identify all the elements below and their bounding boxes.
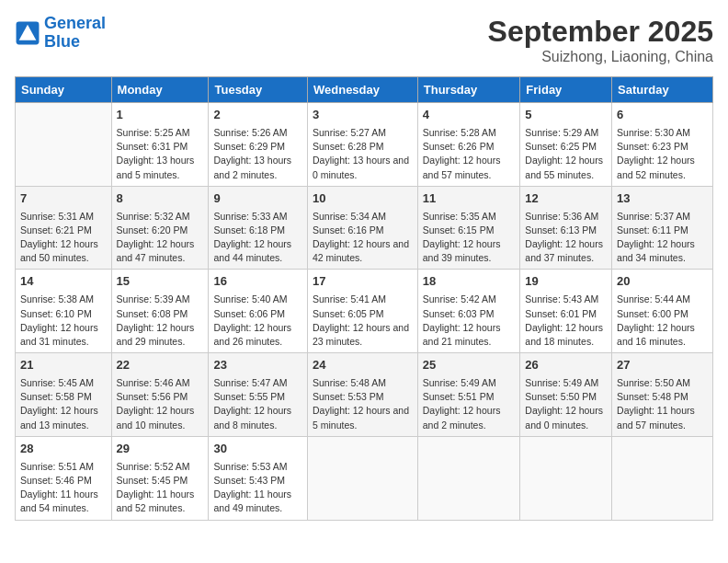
calendar-cell [307, 436, 417, 520]
calendar-cell [417, 436, 520, 520]
daylight-text: Daylight: 12 hours and 34 minutes. [617, 238, 695, 263]
month-title: September 2025 [488, 15, 713, 49]
day-number: 16 [213, 273, 302, 291]
sunset-text: Sunset: 6:31 PM [117, 141, 188, 152]
day-number: 2 [213, 107, 302, 124]
sunrise-text: Sunrise: 5:49 AM [423, 377, 496, 388]
daylight-text: Daylight: 12 hours and 31 minutes. [20, 322, 98, 347]
sunrise-text: Sunrise: 5:30 AM [617, 127, 690, 138]
sunset-text: Sunset: 6:05 PM [313, 308, 384, 319]
day-number: 27 [617, 357, 708, 374]
daylight-text: Daylight: 11 hours and 54 minutes. [20, 488, 98, 513]
calendar-week-row: 21Sunrise: 5:45 AMSunset: 5:58 PMDayligh… [16, 353, 713, 437]
sunrise-text: Sunrise: 5:39 AM [117, 293, 190, 304]
location-subtitle: Suizhong, Liaoning, China [488, 49, 713, 65]
day-number: 19 [525, 273, 607, 291]
calendar-cell: 24Sunrise: 5:48 AMSunset: 5:53 PMDayligh… [307, 353, 417, 437]
day-number: 1 [117, 107, 204, 124]
calendar-cell: 8Sunrise: 5:32 AMSunset: 6:20 PMDaylight… [111, 186, 209, 270]
daylight-text: Daylight: 12 hours and 18 minutes. [525, 322, 603, 347]
sunset-text: Sunset: 6:03 PM [423, 308, 495, 319]
day-number: 10 [313, 190, 413, 208]
calendar-cell [612, 436, 713, 520]
calendar-cell [16, 103, 112, 187]
sunrise-text: Sunrise: 5:51 AM [20, 461, 94, 472]
sunset-text: Sunset: 6:15 PM [423, 224, 495, 236]
sunrise-text: Sunrise: 5:31 AM [20, 211, 94, 222]
daylight-text: Daylight: 12 hours and 26 minutes. [213, 322, 291, 347]
sunrise-text: Sunrise: 5:37 AM [617, 211, 690, 222]
sunrise-text: Sunrise: 5:52 AM [117, 461, 190, 472]
page-header: General Blue September 2025 Suizhong, Li… [15, 15, 713, 65]
day-number: 5 [525, 107, 607, 124]
daylight-text: Daylight: 12 hours and 42 minutes. [313, 238, 409, 263]
daylight-text: Daylight: 11 hours and 52 minutes. [117, 488, 195, 513]
daylight-text: Daylight: 13 hours and 5 minutes. [117, 155, 195, 179]
sunset-text: Sunset: 5:56 PM [117, 391, 188, 402]
daylight-text: Daylight: 12 hours and 55 minutes. [525, 155, 603, 179]
sunrise-text: Sunrise: 5:50 AM [617, 377, 690, 388]
sunset-text: Sunset: 6:23 PM [617, 141, 688, 152]
calendar-cell: 5Sunrise: 5:29 AMSunset: 6:25 PMDaylight… [520, 103, 612, 187]
calendar-cell: 16Sunrise: 5:40 AMSunset: 6:06 PMDayligh… [209, 270, 308, 353]
calendar-cell: 14Sunrise: 5:38 AMSunset: 6:10 PMDayligh… [16, 270, 112, 353]
sunrise-text: Sunrise: 5:41 AM [313, 293, 386, 304]
calendar-cell: 27Sunrise: 5:50 AMSunset: 5:48 PMDayligh… [612, 353, 713, 437]
sunset-text: Sunset: 6:26 PM [423, 141, 495, 152]
sunset-text: Sunset: 5:55 PM [213, 391, 285, 402]
daylight-text: Daylight: 12 hours and 52 minutes. [617, 155, 695, 179]
calendar-cell: 1Sunrise: 5:25 AMSunset: 6:31 PMDaylight… [111, 103, 209, 187]
calendar-table: SundayMondayTuesdayWednesdayThursdayFrid… [15, 76, 713, 521]
sunrise-text: Sunrise: 5:49 AM [525, 377, 598, 388]
calendar-cell: 4Sunrise: 5:28 AMSunset: 6:26 PMDaylight… [417, 103, 520, 187]
daylight-text: Daylight: 12 hours and 44 minutes. [213, 238, 291, 263]
sunset-text: Sunset: 6:16 PM [313, 224, 384, 236]
calendar-cell: 22Sunrise: 5:46 AMSunset: 5:56 PMDayligh… [111, 353, 209, 437]
daylight-text: Daylight: 12 hours and 57 minutes. [423, 155, 501, 179]
calendar-cell: 28Sunrise: 5:51 AMSunset: 5:46 PMDayligh… [16, 436, 112, 520]
daylight-text: Daylight: 12 hours and 2 minutes. [423, 405, 501, 430]
calendar-cell: 10Sunrise: 5:34 AMSunset: 6:16 PMDayligh… [307, 186, 417, 270]
sunrise-text: Sunrise: 5:32 AM [117, 211, 190, 222]
sunset-text: Sunset: 6:10 PM [20, 308, 92, 319]
sunrise-text: Sunrise: 5:35 AM [423, 211, 496, 222]
calendar-cell: 26Sunrise: 5:49 AMSunset: 5:50 PMDayligh… [520, 353, 612, 437]
day-number: 23 [213, 357, 302, 374]
day-header-thursday: Thursday [417, 77, 520, 103]
sunset-text: Sunset: 6:29 PM [213, 141, 285, 152]
day-number: 24 [313, 357, 413, 374]
sunset-text: Sunset: 5:46 PM [20, 475, 92, 486]
sunrise-text: Sunrise: 5:46 AM [117, 377, 190, 388]
day-number: 8 [117, 190, 204, 208]
sunrise-text: Sunrise: 5:36 AM [525, 211, 598, 222]
sunset-text: Sunset: 5:50 PM [525, 391, 597, 402]
calendar-cell: 2Sunrise: 5:26 AMSunset: 6:29 PMDaylight… [209, 103, 308, 187]
sunset-text: Sunset: 5:48 PM [617, 391, 688, 402]
daylight-text: Daylight: 12 hours and 50 minutes. [20, 238, 98, 263]
calendar-cell: 6Sunrise: 5:30 AMSunset: 6:23 PMDaylight… [612, 103, 713, 187]
sunrise-text: Sunrise: 5:33 AM [213, 211, 287, 222]
calendar-cell: 23Sunrise: 5:47 AMSunset: 5:55 PMDayligh… [209, 353, 308, 437]
sunset-text: Sunset: 6:11 PM [617, 224, 688, 236]
calendar-cell: 15Sunrise: 5:39 AMSunset: 6:08 PMDayligh… [111, 270, 209, 353]
calendar-cell: 3Sunrise: 5:27 AMSunset: 6:28 PMDaylight… [307, 103, 417, 187]
daylight-text: Daylight: 12 hours and 37 minutes. [525, 238, 603, 263]
day-header-saturday: Saturday [612, 77, 713, 103]
sunrise-text: Sunrise: 5:38 AM [20, 293, 94, 304]
day-number: 13 [617, 190, 708, 208]
daylight-text: Daylight: 11 hours and 49 minutes. [213, 488, 291, 513]
calendar-cell: 20Sunrise: 5:44 AMSunset: 6:00 PMDayligh… [612, 270, 713, 353]
calendar-week-row: 14Sunrise: 5:38 AMSunset: 6:10 PMDayligh… [16, 270, 713, 353]
calendar-body: 1Sunrise: 5:25 AMSunset: 6:31 PMDaylight… [16, 103, 713, 521]
sunset-text: Sunset: 5:58 PM [20, 391, 92, 402]
calendar-cell: 25Sunrise: 5:49 AMSunset: 5:51 PMDayligh… [417, 353, 520, 437]
daylight-text: Daylight: 12 hours and 29 minutes. [117, 322, 195, 347]
sunset-text: Sunset: 6:28 PM [313, 141, 384, 152]
daylight-text: Daylight: 11 hours and 57 minutes. [617, 405, 695, 430]
daylight-text: Daylight: 13 hours and 0 minutes. [313, 155, 409, 179]
daylight-text: Daylight: 12 hours and 21 minutes. [423, 322, 501, 347]
calendar-cell: 30Sunrise: 5:53 AMSunset: 5:43 PMDayligh… [209, 436, 308, 520]
day-number: 18 [423, 273, 516, 291]
day-number: 17 [313, 273, 413, 291]
day-number: 22 [117, 357, 204, 374]
